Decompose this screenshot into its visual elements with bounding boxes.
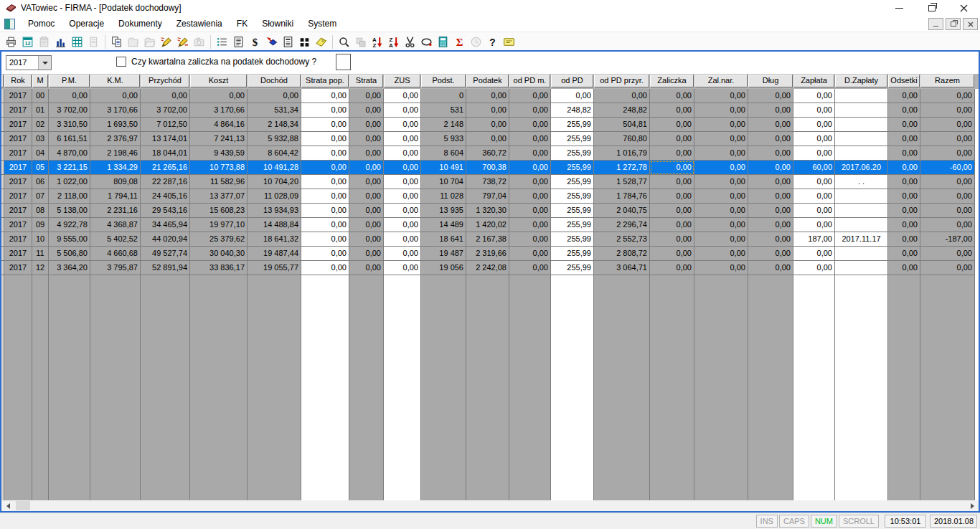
cell-podatek[interactable]: 360,72: [466, 146, 509, 161]
cell-dlug[interactable]: 0,00: [748, 232, 793, 247]
cell-razem[interactable]: 0,00: [920, 204, 975, 218]
quarterly-checkbox[interactable]: [116, 57, 126, 67]
cell-dochod[interactable]: 0,00: [248, 89, 301, 103]
cell-d_zaplaty[interactable]: [835, 218, 888, 232]
cell-od_pd_przyr[interactable]: 1 016,79: [594, 146, 650, 161]
sort-az-icon[interactable]: AZ: [369, 34, 385, 49]
cell-koszt[interactable]: 11 582,96: [190, 175, 248, 189]
cell-podst[interactable]: 2 148: [421, 118, 466, 132]
help-icon[interactable]: ?: [484, 34, 501, 49]
cell-zal_nar[interactable]: 0,00: [694, 89, 748, 103]
cell-od_pd_przyr[interactable]: 1 528,77: [594, 175, 650, 189]
cell-rok[interactable]: 2017: [4, 89, 32, 103]
cell-zus[interactable]: 0,00: [384, 132, 421, 146]
sort-za-icon[interactable]: ZA: [385, 34, 402, 49]
cell-od_pd[interactable]: 248,82: [551, 103, 594, 118]
cell-d_zaplaty[interactable]: 2017.06.20: [835, 161, 888, 175]
cell-strata_pop[interactable]: 0,00: [301, 175, 349, 189]
cell-odsetki[interactable]: 0,00: [888, 89, 920, 103]
sigma-icon[interactable]: Σ: [451, 34, 468, 49]
cell-razem[interactable]: 0,00: [920, 89, 975, 103]
cell-zaliczka[interactable]: 0,00: [650, 175, 694, 189]
cell-odsetki[interactable]: 0,00: [888, 146, 920, 161]
restore-button[interactable]: [915, 0, 948, 16]
cell-km[interactable]: 2 231,16: [90, 204, 141, 218]
cell-strata[interactable]: 0,00: [349, 118, 384, 132]
cell-odsetki[interactable]: 0,00: [888, 261, 920, 275]
cell-przychod[interactable]: 29 543,16: [141, 204, 190, 218]
cell-podst[interactable]: 11 028: [421, 189, 466, 204]
cell-dlug[interactable]: 0,00: [748, 218, 793, 232]
cell-zaliczka[interactable]: 0,00: [650, 261, 694, 275]
cell-od_pd[interactable]: 255,99: [551, 247, 594, 261]
cell-od_pd_przyr[interactable]: 3 064,71: [594, 261, 650, 275]
cell-zal_nar[interactable]: 0,00: [694, 161, 748, 175]
cell-przychod[interactable]: 7 012,50: [141, 118, 190, 132]
cell-odsetki[interactable]: 0,00: [888, 218, 920, 232]
cell-m[interactable]: 09: [32, 218, 49, 232]
edit-pencil-icon[interactable]: [158, 34, 174, 49]
column-header-podst[interactable]: Podst.: [421, 75, 466, 87]
cell-dochod[interactable]: 18 641,32: [248, 232, 301, 247]
cell-d_zaplaty[interactable]: [835, 261, 888, 275]
cell-rok[interactable]: 2017: [4, 161, 32, 175]
cell-dlug[interactable]: 0,00: [748, 247, 793, 261]
cell-podst[interactable]: 8 604: [421, 146, 466, 161]
grid-row-m07[interactable]: 2017072 118,001 794,1124 405,1613 377,07…: [1, 189, 979, 204]
cell-koszt[interactable]: 4 864,16: [190, 118, 248, 132]
column-header-strata[interactable]: Strata: [349, 75, 383, 87]
cell-dochod[interactable]: 19 487,44: [248, 247, 301, 261]
cell-d_zaplaty[interactable]: [835, 204, 888, 218]
cell-strata_pop[interactable]: 0,00: [301, 132, 349, 146]
cell-dlug[interactable]: 0,00: [748, 103, 793, 118]
cell-zaliczka[interactable]: 0,00: [650, 118, 694, 132]
cell-strata[interactable]: 0,00: [349, 204, 384, 218]
cell-zaplata[interactable]: 0,00: [793, 204, 835, 218]
cell-od_pd_przyr[interactable]: 760,80: [594, 132, 650, 146]
column-header-od_pd[interactable]: od PD: [551, 75, 593, 87]
cell-odsetki[interactable]: 0,00: [888, 232, 920, 247]
cell-zus[interactable]: 0,00: [384, 232, 421, 247]
cell-km[interactable]: 809,08: [90, 175, 141, 189]
cell-d_zaplaty[interactable]: . .: [835, 175, 888, 189]
cell-zal_nar[interactable]: 0,00: [694, 261, 748, 275]
cell-razem[interactable]: 0,00: [920, 118, 975, 132]
cell-strata[interactable]: 0,00: [349, 103, 384, 118]
cell-przychod[interactable]: 52 891,94: [141, 261, 190, 275]
cell-koszt[interactable]: 9 439,59: [190, 146, 248, 161]
cell-zal_nar[interactable]: 0,00: [694, 132, 748, 146]
cell-m[interactable]: 10: [32, 232, 49, 247]
column-header-km[interactable]: K.M.: [90, 75, 140, 87]
cell-od_pd[interactable]: 255,99: [551, 161, 594, 175]
mdi-minimize-button[interactable]: [928, 18, 943, 30]
cell-przychod[interactable]: 44 020,94: [141, 232, 190, 247]
cell-dlug[interactable]: 0,00: [748, 118, 793, 132]
cell-m[interactable]: 06: [32, 175, 49, 189]
cut-icon[interactable]: [402, 34, 418, 49]
scroll-right-button[interactable]: [966, 500, 979, 511]
cell-podatek[interactable]: 2 167,38: [466, 232, 509, 247]
cell-od_pd[interactable]: 255,99: [551, 189, 594, 204]
cell-strata[interactable]: 0,00: [349, 89, 384, 103]
calendar-icon[interactable]: 12: [19, 34, 36, 49]
cell-od_pd_m[interactable]: 0,00: [509, 132, 551, 146]
cell-zus[interactable]: 0,00: [384, 247, 421, 261]
cell-m[interactable]: 04: [32, 146, 49, 161]
cell-d_zaplaty[interactable]: [835, 247, 888, 261]
grid-row-m01[interactable]: 2017013 702,003 170,663 702,003 170,6653…: [1, 103, 979, 118]
cell-zaplata[interactable]: 0,00: [793, 132, 835, 146]
cell-podatek[interactable]: 0,00: [466, 103, 509, 118]
cell-podst[interactable]: 19 056: [421, 261, 466, 275]
cell-razem[interactable]: 0,00: [920, 146, 975, 161]
grid-row-m05[interactable]: 2017053 221,151 334,2921 265,1610 773,88…: [1, 161, 979, 175]
horizontal-scrollbar[interactable]: [1, 500, 979, 511]
cell-strata_pop[interactable]: 0,00: [301, 146, 349, 161]
grid-row-m11[interactable]: 2017115 506,804 660,6849 527,7430 040,30…: [1, 247, 979, 261]
cell-podatek[interactable]: 700,38: [466, 161, 509, 175]
cell-koszt[interactable]: 33 836,17: [190, 261, 248, 275]
cell-zaliczka[interactable]: 0,00: [650, 204, 694, 218]
cell-odsetki[interactable]: 0,00: [888, 132, 920, 146]
cell-zal_nar[interactable]: 0,00: [694, 103, 748, 118]
cell-zaplata[interactable]: 0,00: [793, 218, 835, 232]
spreadsheet-icon[interactable]: [69, 34, 85, 49]
